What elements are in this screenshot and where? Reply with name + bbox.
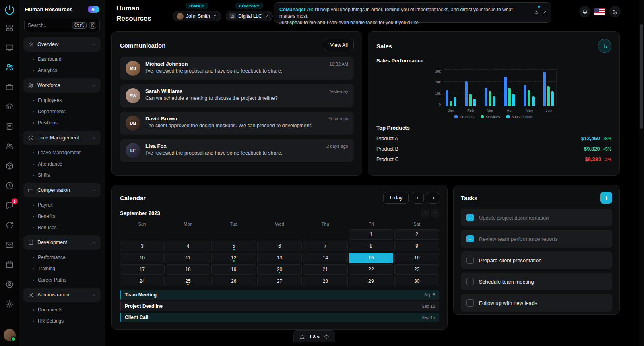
refresh-rail-icon[interactable] xyxy=(5,221,14,230)
day-cell-20[interactable]: 20 xyxy=(257,264,302,275)
sidebar-item-positions[interactable]: Positions xyxy=(23,117,101,128)
sidebar-item-training[interactable]: Training xyxy=(23,263,101,274)
day-cell-22[interactable]: 22 xyxy=(349,264,394,275)
language-flag-us[interactable] xyxy=(594,8,605,15)
day-cell-15[interactable]: 15 xyxy=(349,253,394,263)
day-cell-16[interactable]: 16 xyxy=(394,253,439,263)
chat-rail-icon[interactable]: 3 xyxy=(5,201,14,210)
sidebar-item-hr-settings[interactable]: HR Settings xyxy=(23,315,101,327)
sidebar-section-overview[interactable]: Overview xyxy=(23,37,101,52)
chart-toggle-button[interactable] xyxy=(598,39,611,53)
day-cell-26[interactable]: 26 xyxy=(211,276,256,286)
briefcase-rail-icon[interactable] xyxy=(5,83,14,91)
day-cell-27[interactable]: 27 xyxy=(257,276,302,286)
day-cell-7[interactable]: 7 xyxy=(303,241,348,251)
day-cell-11[interactable]: 11 xyxy=(166,253,211,263)
bank-rail-icon[interactable] xyxy=(5,102,14,111)
search-input[interactable]: Search... Ctrl K xyxy=(24,19,100,32)
sidebar-section-compensation[interactable]: Compensation xyxy=(23,183,101,197)
app-logo-power-icon[interactable] xyxy=(4,4,16,16)
day-cell-6[interactable]: 6 xyxy=(257,241,302,251)
monitor-rail-icon[interactable] xyxy=(5,43,14,52)
day-cell-4[interactable]: 4 xyxy=(166,241,211,251)
day-cell-18[interactable]: 18 xyxy=(166,264,211,275)
day-cell-1[interactable]: 1 xyxy=(349,229,394,240)
sidebar-item-performance[interactable]: Performance xyxy=(23,252,101,263)
task-checkbox[interactable] xyxy=(466,299,474,307)
day-cell-14[interactable]: 14 xyxy=(303,253,348,263)
message-item[interactable]: DBDavid BrownYesterdayThe client approve… xyxy=(120,112,354,135)
crosshair-icon[interactable] xyxy=(324,334,329,340)
day-cell-29[interactable]: 29 xyxy=(349,276,394,286)
sidebar-item-employees[interactable]: Employees xyxy=(23,95,101,106)
day-cell-24[interactable]: 24 xyxy=(120,276,165,286)
day-cell-2[interactable]: 2 xyxy=(394,229,439,240)
calendar-event-client-call[interactable]: Client CallSep 15 xyxy=(120,313,439,322)
day-cell-8[interactable]: 8 xyxy=(349,241,394,251)
user-avatar[interactable] xyxy=(4,329,16,341)
view-all-button[interactable]: View All xyxy=(324,39,354,51)
today-button[interactable]: Today xyxy=(383,192,409,204)
sidebar-item-career-paths[interactable]: Career Paths xyxy=(23,274,101,286)
company-chip[interactable]: Digital LLC xyxy=(226,11,273,21)
ai-close-icon[interactable] xyxy=(542,10,547,15)
clock-rail-icon[interactable] xyxy=(5,181,14,190)
users-rail-icon[interactable] xyxy=(5,142,14,151)
calendar-prev-button[interactable] xyxy=(412,192,424,204)
owner-remove-icon[interactable] xyxy=(213,14,217,19)
message-item[interactable]: SWSarah WilliamsYesterdayCan we schedule… xyxy=(120,84,354,107)
task-checkbox[interactable] xyxy=(466,278,474,285)
month-prev-button[interactable] xyxy=(421,209,429,217)
package-rail-icon[interactable] xyxy=(5,162,14,170)
day-cell-5[interactable]: 5 xyxy=(211,241,256,251)
company-remove-icon[interactable] xyxy=(264,14,269,19)
month-next-button[interactable] xyxy=(431,209,439,217)
dark-mode-moon-icon[interactable] xyxy=(609,6,621,17)
day-cell-25[interactable]: 25 xyxy=(166,276,211,286)
ai-badge[interactable]: AI xyxy=(88,6,99,13)
owner-chip[interactable]: John Smith xyxy=(173,11,221,21)
sidebar-section-development[interactable]: Development xyxy=(23,235,101,250)
day-cell-21[interactable]: 21 xyxy=(303,264,348,275)
day-cell-17[interactable]: 17 xyxy=(120,264,165,275)
sidebar-section-administration[interactable]: Administration xyxy=(23,288,101,302)
task-checkbox[interactable] xyxy=(466,235,474,242)
clipboard-rail-icon[interactable] xyxy=(5,122,14,131)
message-item[interactable]: LFLisa Fox2 days agoI've reviewed the pr… xyxy=(120,139,354,162)
notifications-bell-icon[interactable] xyxy=(579,6,590,17)
task-checkbox[interactable] xyxy=(466,214,474,221)
sidebar-item-shifts[interactable]: Shifts xyxy=(23,170,101,181)
task-checkbox[interactable] xyxy=(466,257,474,264)
sidebar-item-documents[interactable]: Documents xyxy=(23,304,101,315)
calendar-rail-icon[interactable] xyxy=(5,260,14,269)
contact-rail-icon[interactable] xyxy=(5,280,14,289)
day-cell-28[interactable]: 28 xyxy=(303,276,348,286)
sidebar-item-dashboard[interactable]: Dashboard xyxy=(23,54,101,65)
gear-rail-icon[interactable] xyxy=(5,300,14,309)
add-task-button[interactable] xyxy=(600,192,612,204)
sidebar-item-leave-management[interactable]: Leave Management xyxy=(23,147,101,158)
sidebar-item-bonuses[interactable]: Bonuses xyxy=(23,222,101,233)
scrollbar-track[interactable] xyxy=(639,0,644,346)
calendar-event-team-meeting[interactable]: Team MeetingSep 5 xyxy=(120,290,439,300)
day-cell-13[interactable]: 13 xyxy=(257,253,302,263)
speaker-icon[interactable] xyxy=(534,10,540,16)
sidebar-section-time-management[interactable]: Time Management xyxy=(23,131,101,145)
mail-rail-icon[interactable] xyxy=(5,240,14,249)
sidebar-item-benefits[interactable]: Benefits xyxy=(23,211,101,222)
people-rail-icon[interactable] xyxy=(5,63,14,72)
sidebar-item-departments[interactable]: Departments xyxy=(23,106,101,117)
sidebar-item-payroll[interactable]: Payroll xyxy=(23,199,101,211)
day-cell-19[interactable]: 19 xyxy=(211,264,256,275)
day-cell-3[interactable]: 3 xyxy=(120,241,165,251)
sidebar-item-attendance[interactable]: Attendance xyxy=(23,158,101,170)
day-cell-23[interactable]: 23 xyxy=(394,264,439,275)
sidebar-item-analytics[interactable]: Analytics xyxy=(23,65,101,76)
calendar-event-project-deadline[interactable]: Project DeadlineSep 12 xyxy=(120,301,439,311)
scrollbar-thumb[interactable] xyxy=(640,24,643,129)
day-cell-12[interactable]: 12 xyxy=(211,253,256,263)
apps-rail-icon[interactable] xyxy=(5,23,14,32)
sidebar-section-workforce[interactable]: Workforce xyxy=(23,78,101,93)
day-cell-9[interactable]: 9 xyxy=(394,241,439,251)
day-cell-10[interactable]: 10 xyxy=(120,253,165,263)
